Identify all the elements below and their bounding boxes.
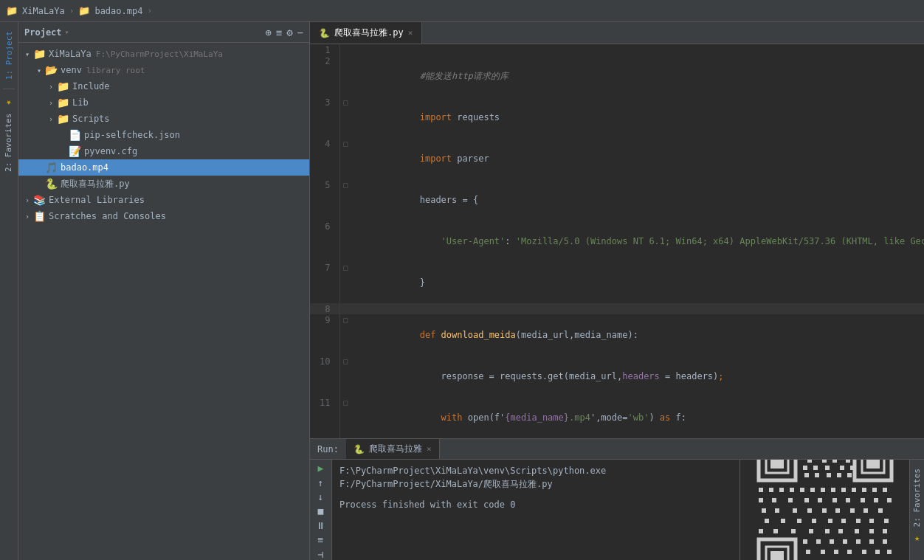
svg-rect-75: [759, 529, 763, 533]
run-cmd-line: F:\PyCharmProject\XiMaLaYa\venv\Scripts\…: [339, 464, 732, 491]
svg-rect-49: [788, 498, 793, 502]
run-output: F:\PyCharmProject\XiMaLaYa\venv\Scripts\…: [332, 460, 739, 560]
svg-rect-96: [875, 550, 880, 554]
svg-rect-21: [822, 460, 827, 463]
settings-icon[interactable]: ⚙: [286, 27, 292, 38]
bottom-panel: Run: 🐍 爬取喜马拉雅 × ▶ ↑ ↓ ■ ⏸ ≡ ⊣: [310, 438, 924, 560]
scratches-arrow: ›: [21, 212, 33, 221]
tree-lib-item[interactable]: › 📁 Lib: [18, 94, 309, 111]
comment-span: #能发送http请求的库: [420, 71, 508, 81]
code-line-7: 7 □ }: [310, 262, 924, 303]
scripts-folder-icon: 📁: [57, 113, 69, 125]
tree-pipjson-item[interactable]: 📄 pip-selfcheck.json: [18, 127, 309, 143]
tree-external-item[interactable]: › 📚 External Libraries: [18, 192, 309, 208]
run-tab-close-icon[interactable]: ×: [427, 444, 432, 454]
run-result-line: Process finished with exit code 0: [339, 498, 732, 511]
star-icon: ★: [4, 98, 14, 108]
editor-tab-bar: 🐍 爬取喜马拉雅.py ×: [310, 22, 924, 44]
svg-rect-43: [852, 488, 856, 492]
svg-rect-82: [869, 529, 874, 533]
tree-badao-item[interactable]: 🎵 badao.mp4: [18, 159, 309, 176]
badao-label: badao.mp4: [61, 162, 108, 173]
svg-rect-86: [830, 539, 834, 544]
svg-rect-59: [793, 508, 797, 513]
svg-rect-57: [762, 508, 766, 513]
code-lines: 1 2 #能发送http请求的库 3 □ imp: [310, 44, 924, 438]
tab-close-icon[interactable]: ×: [408, 28, 413, 38]
svg-rect-44: [862, 488, 866, 492]
sidebar-title: Project ▾: [24, 27, 69, 38]
main-area: 1: Project 2: Favorites ★ Project ▾ ⊕ ≡ …: [0, 22, 924, 560]
svg-rect-20: [807, 460, 812, 463]
include-folder-icon: 📁: [57, 80, 69, 92]
svg-rect-50: [804, 498, 809, 502]
run-label-text: Run:: [317, 444, 339, 454]
editor-tab-main[interactable]: 🐍 爬取喜马拉雅.py ×: [310, 22, 422, 44]
tree-include-item[interactable]: › 📁 Include: [18, 78, 309, 94]
svg-rect-65: [878, 508, 883, 513]
tab-favorites[interactable]: 2: Favorites ★: [1, 92, 17, 178]
external-arrow: ›: [21, 196, 33, 204]
breadcrumb-project[interactable]: XiMaLaYa: [22, 6, 65, 16]
qr-area: [739, 460, 909, 560]
code-line-11: 11 □ with open(f'{media_name}.mp4',mode=…: [310, 397, 924, 438]
spider-label: 爬取喜马拉雅.py: [61, 178, 130, 190]
root-label: XiMaLaYa: [49, 49, 92, 59]
run-tab-label: 爬取喜马拉雅: [369, 443, 422, 455]
code-line-5: 5 □ headers = {: [310, 179, 924, 221]
venv-arrow: ▾: [33, 66, 45, 75]
run-pause-btn[interactable]: ⏸: [313, 520, 329, 531]
code-line-8: 8: [310, 303, 924, 314]
run-play-btn[interactable]: ▶: [313, 463, 329, 474]
svg-rect-80: [838, 529, 843, 533]
svg-rect-42: [841, 488, 846, 492]
favorites-side-tab: 2: Favorites ★: [909, 460, 924, 560]
breadcrumb-sep1: ›: [69, 6, 75, 15]
svg-rect-56: [887, 498, 892, 502]
locate-icon[interactable]: ⊕: [265, 27, 271, 38]
run-scroll-btn[interactable]: ↓: [313, 491, 329, 502]
external-label: External Libraries: [49, 195, 145, 205]
sidebar-header: Project ▾ ⊕ ≡ ⚙ −: [18, 22, 309, 43]
tree-scratches-item[interactable]: › 📋 Scratches and Consoles: [18, 208, 309, 224]
pipjson-icon: 📄: [69, 129, 81, 141]
svg-rect-91: [806, 550, 810, 554]
code-editor[interactable]: 1 2 #能发送http请求的库 3 □ imp: [310, 44, 924, 438]
svg-rect-3: [770, 460, 784, 469]
svg-rect-81: [855, 529, 859, 533]
run-rerun-btn[interactable]: ↑: [313, 477, 329, 488]
run-pin-btn[interactable]: ⊣: [313, 549, 329, 560]
svg-rect-77: [791, 529, 796, 533]
svg-rect-69: [812, 519, 816, 523]
scripts-label: Scripts: [72, 114, 110, 124]
svg-rect-24: [803, 466, 807, 470]
tree-pyvenv-item[interactable]: 📝 pyvenv.cfg: [18, 143, 309, 159]
run-tab-main[interactable]: 🐍 爬取喜马拉雅 ×: [346, 439, 440, 459]
run-wrap-btn[interactable]: ≡: [313, 534, 329, 545]
code-line-3: 3 □ import requests: [310, 97, 924, 138]
run-stop-btn[interactable]: ■: [313, 505, 329, 516]
svg-rect-47: [759, 498, 763, 502]
lib-arrow: ›: [45, 99, 57, 107]
sidebar-dropdown-icon[interactable]: ▾: [65, 28, 69, 36]
root-path: F:\PyCharmProject\XiMaLaYa: [96, 49, 223, 59]
qr-code-image: [751, 460, 899, 560]
tree-root-item[interactable]: ▾ 📁 XiMaLaYa F:\PyCharmProject\XiMaLaYa: [18, 46, 309, 62]
pyvenv-label: pyvenv.cfg: [84, 146, 137, 156]
tree-venv-item[interactable]: ▾ 📂 venv library root: [18, 62, 309, 78]
svg-rect-68: [797, 519, 801, 523]
tab-project[interactable]: 1: Project: [1, 25, 17, 86]
favorites-label[interactable]: 2: Favorites: [911, 463, 923, 533]
svg-rect-30: [815, 473, 819, 477]
tree-scripts-item[interactable]: › 📁 Scripts: [18, 111, 309, 127]
svg-rect-54: [861, 498, 865, 502]
svg-rect-79: [825, 529, 830, 533]
svg-rect-70: [828, 519, 832, 523]
svg-rect-93: [834, 550, 838, 554]
collapse-icon[interactable]: ≡: [276, 27, 282, 38]
svg-rect-38: [800, 488, 804, 492]
close-sidebar-icon[interactable]: −: [297, 27, 303, 38]
breadcrumb-file[interactable]: badao.mp4: [94, 6, 142, 16]
sidebar-header-icons: ⊕ ≡ ⚙ −: [265, 27, 303, 38]
tree-spider-item[interactable]: 🐍 爬取喜马拉雅.py: [18, 176, 309, 192]
